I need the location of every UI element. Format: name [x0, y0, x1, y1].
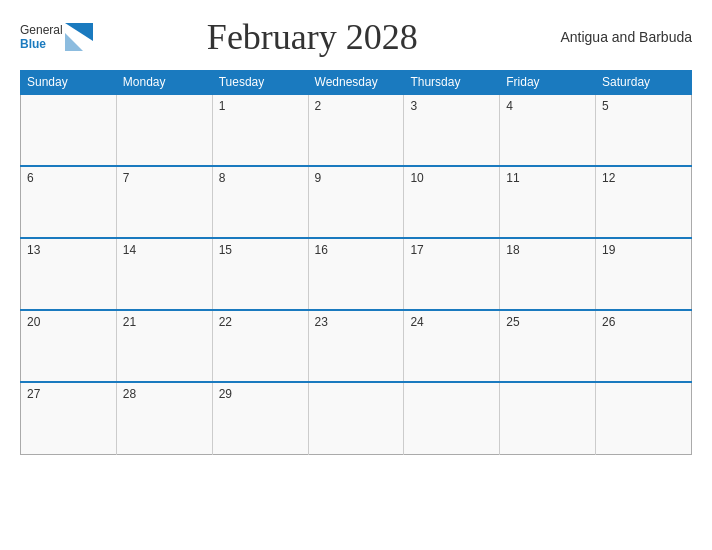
calendar-header-row: SundayMondayTuesdayWednesdayThursdayFrid… — [21, 71, 692, 95]
calendar-country: Antigua and Barbuda — [532, 29, 692, 45]
calendar-container: General Blue February 2028 Antigua and B… — [0, 0, 712, 550]
logo-icon — [65, 23, 93, 51]
day-cell-22: 22 — [212, 310, 308, 382]
day-cell-15: 15 — [212, 238, 308, 310]
day-cell-6: 6 — [21, 166, 117, 238]
day-cell-26: 26 — [596, 310, 692, 382]
day-cell-2: 2 — [308, 94, 404, 166]
day-cell-8: 8 — [212, 166, 308, 238]
day-cell-29: 29 — [212, 382, 308, 454]
day-cell-11: 11 — [500, 166, 596, 238]
day-header-wednesday: Wednesday — [308, 71, 404, 95]
empty-cell — [116, 94, 212, 166]
day-cell-28: 28 — [116, 382, 212, 454]
day-cell-25: 25 — [500, 310, 596, 382]
empty-cell — [404, 382, 500, 454]
day-cell-3: 3 — [404, 94, 500, 166]
empty-cell — [596, 382, 692, 454]
day-cell-21: 21 — [116, 310, 212, 382]
week-row-3: 13141516171819 — [21, 238, 692, 310]
day-cell-12: 12 — [596, 166, 692, 238]
week-row-4: 20212223242526 — [21, 310, 692, 382]
calendar-table: SundayMondayTuesdayWednesdayThursdayFrid… — [20, 70, 692, 455]
day-cell-23: 23 — [308, 310, 404, 382]
day-cell-10: 10 — [404, 166, 500, 238]
day-cell-16: 16 — [308, 238, 404, 310]
day-cell-19: 19 — [596, 238, 692, 310]
day-header-sunday: Sunday — [21, 71, 117, 95]
day-cell-24: 24 — [404, 310, 500, 382]
logo-general: General — [20, 23, 63, 37]
empty-cell — [308, 382, 404, 454]
day-cell-7: 7 — [116, 166, 212, 238]
day-header-saturday: Saturday — [596, 71, 692, 95]
day-cell-14: 14 — [116, 238, 212, 310]
svg-marker-1 — [65, 33, 83, 51]
week-row-2: 6789101112 — [21, 166, 692, 238]
day-cell-13: 13 — [21, 238, 117, 310]
day-cell-9: 9 — [308, 166, 404, 238]
calendar-body: 1234567891011121314151617181920212223242… — [21, 94, 692, 454]
day-cell-27: 27 — [21, 382, 117, 454]
day-header-monday: Monday — [116, 71, 212, 95]
calendar-header: General Blue February 2028 Antigua and B… — [20, 16, 692, 58]
logo-text: General Blue — [20, 23, 63, 52]
day-cell-18: 18 — [500, 238, 596, 310]
logo-blue: Blue — [20, 37, 63, 51]
day-header-friday: Friday — [500, 71, 596, 95]
calendar-title: February 2028 — [93, 16, 532, 58]
week-row-1: 12345 — [21, 94, 692, 166]
day-header-thursday: Thursday — [404, 71, 500, 95]
day-cell-20: 20 — [21, 310, 117, 382]
logo: General Blue — [20, 23, 93, 52]
day-cell-1: 1 — [212, 94, 308, 166]
day-cell-4: 4 — [500, 94, 596, 166]
day-cell-5: 5 — [596, 94, 692, 166]
empty-cell — [21, 94, 117, 166]
day-cell-17: 17 — [404, 238, 500, 310]
week-row-5: 272829 — [21, 382, 692, 454]
empty-cell — [500, 382, 596, 454]
day-header-tuesday: Tuesday — [212, 71, 308, 95]
